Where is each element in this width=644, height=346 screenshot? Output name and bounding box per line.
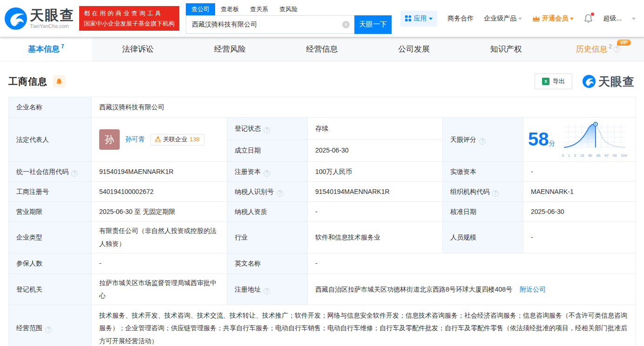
reg-address-cell: 西藏自治区拉萨市城关区功德林街道北京西路8号环球大厦四楼408号 附近公司 <box>308 273 636 305</box>
monitor-bell-button[interactable] <box>53 75 65 87</box>
field-label: 登记机关 <box>9 273 92 305</box>
menu-user[interactable]: 超级... <box>603 14 622 23</box>
field-label: 工商注册号 <box>9 182 92 202</box>
help-icon[interactable] <box>479 138 486 145</box>
notification-bell[interactable] <box>584 14 593 23</box>
related-companies-count: 138 <box>190 136 200 144</box>
tab-history-info[interactable]: VIP 历史信息 2 <box>552 37 644 61</box>
legal-rep-link[interactable]: 孙可青 <box>125 133 145 146</box>
field-label: 企业名称 <box>9 97 92 118</box>
logo-subtitle: TianYanCha.com <box>30 23 75 29</box>
menu-open-vip-label: 开通会员 <box>542 14 568 23</box>
search-area: 查公司 查老板 查关系 查风险 天眼一下 <box>186 3 392 34</box>
search-box <box>186 15 354 34</box>
help-icon[interactable] <box>492 190 499 197</box>
help-icon[interactable] <box>277 190 283 197</box>
menu-cooperation-label: 商务合作 <box>447 14 474 23</box>
top-menu: 应用 商务合作 企业级产品 开通会员 超级... <box>400 11 636 27</box>
industry-value: 软件和信息技术服务业 <box>308 222 443 253</box>
tab-company-development[interactable]: 公司发展 <box>368 37 460 61</box>
tab-basic-info[interactable]: 基本信息 7 <box>0 37 92 61</box>
logo-title: 天眼查 <box>30 8 75 22</box>
slogan-line1: 都在用的商业查询工具 <box>84 8 175 18</box>
business-scope-value: 技术服务、技术开发、技术咨询、技术交流、技术转让、技术推广；软件开发；网络与信息… <box>92 305 636 346</box>
tab-label: 公司发展 <box>398 44 430 54</box>
search-tab-relation[interactable]: 查关系 <box>244 3 274 15</box>
related-companies-button[interactable]: 关联企业 138 <box>150 134 204 146</box>
field-label: 参保人数 <box>9 253 92 273</box>
approval-date-value: 2025-06-30 <box>523 202 636 222</box>
help-icon[interactable] <box>264 288 270 294</box>
reg-address-value: 西藏自治区拉萨市城关区功德林街道北京西路8号环球大厦四楼408号 <box>315 286 512 293</box>
search-tab-company[interactable]: 查公司 <box>186 3 215 15</box>
slogan-line2: 国家中小企业发展子基金旗下机构 <box>84 19 175 28</box>
company-name-value: 西藏汉骑科技有限公司 <box>92 97 636 118</box>
chevron-down-icon[interactable] <box>632 18 636 20</box>
tianyancha-logo[interactable]: 天眼查 TianYanCha.com <box>5 7 75 30</box>
field-label: 注册地址 <box>227 273 308 305</box>
field-label: 注册资本 <box>227 162 308 182</box>
tab-legal-proceedings[interactable]: 法律诉讼 <box>92 37 184 61</box>
tab-intellectual-property[interactable]: 知识产权 <box>460 37 552 61</box>
help-icon[interactable] <box>614 46 620 53</box>
crown-icon <box>532 15 540 22</box>
field-label: 纳税人资质 <box>227 202 308 222</box>
score-distribution-chart: 0131550859799100 <box>562 121 627 158</box>
menu-enterprise-label: 企业级产品 <box>484 14 516 23</box>
section-header-right: 导出 天眼查 <box>535 73 635 89</box>
staff-size-value: - <box>523 222 636 253</box>
tab-label: 法律诉讼 <box>122 44 154 54</box>
paid-capital-value: - <box>523 162 636 182</box>
search-tab-boss[interactable]: 查老板 <box>215 3 244 15</box>
english-name-value: - <box>308 253 636 273</box>
avatar[interactable]: 孙 <box>99 129 120 150</box>
search-tab-risk[interactable]: 查风险 <box>274 3 303 15</box>
nearby-companies-link[interactable]: 附近公司 <box>520 286 546 293</box>
help-icon[interactable] <box>264 127 270 133</box>
legal-rep-cell: 孙 孙可青 关联企业 138 <box>92 118 227 162</box>
taxpayer-id-value: 91540194MAENNARK1R <box>308 182 443 202</box>
section-header: 工商信息 导出 天眼查 <box>0 61 644 97</box>
company-nav-tabs: 基本信息 7 法律诉讼 经营风险 经营信息 公司发展 知识产权 VIP 历史信息… <box>0 37 644 61</box>
tab-operating-info[interactable]: 经营信息 <box>276 37 368 61</box>
menu-apps[interactable]: 应用 <box>400 11 437 27</box>
search-tabs: 查公司 查老板 查关系 查风险 <box>186 3 392 15</box>
tab-label: 经营风险 <box>214 44 246 54</box>
field-label: 实缴资本 <box>443 162 523 182</box>
menu-apps-label: 应用 <box>414 14 427 23</box>
menu-cooperation[interactable]: 商务合作 <box>447 14 474 23</box>
help-icon[interactable] <box>264 170 270 177</box>
menu-open-vip[interactable]: 开通会员 <box>532 14 574 23</box>
org-code-value: MAENNARK-1 <box>523 182 636 202</box>
field-label: 人员规模 <box>443 222 523 253</box>
field-label: 天眼评分 <box>443 118 523 162</box>
company-type-value: 有限责任公司（非自然人投资或控股的法人独资） <box>92 222 227 253</box>
apps-grid-icon <box>405 15 411 21</box>
reg-authority-value: 拉萨市城关区市场监督管理局城西审批中心 <box>92 273 227 305</box>
tab-label: 基本信息 <box>28 44 60 54</box>
top-header: 天眼查 TianYanCha.com 都在用的商业查询工具 国家中小企业发展子基… <box>0 0 644 37</box>
field-label: 成立日期 <box>227 140 308 162</box>
score-number: 58分 <box>528 130 556 150</box>
vip-badge: VIP <box>617 40 631 46</box>
credit-code-value: 91540194MAENNARK1R <box>92 162 227 182</box>
tianyancha-logo-icon <box>583 75 596 88</box>
chevron-down-icon <box>518 18 522 20</box>
search-input[interactable] <box>186 15 354 34</box>
help-icon[interactable] <box>45 326 52 333</box>
export-button[interactable]: 导出 <box>535 73 572 89</box>
menu-user-label: 超级... <box>603 14 622 23</box>
tab-operating-risk[interactable]: 经营风险 <box>184 37 276 61</box>
search-button[interactable]: 天眼一下 <box>354 15 392 34</box>
bell-icon <box>56 78 62 85</box>
clear-icon[interactable] <box>342 21 350 28</box>
score-cell: 58分 <box>523 118 636 162</box>
field-label: 英文名称 <box>227 253 308 273</box>
tab-count: 7 <box>61 43 64 50</box>
help-icon[interactable] <box>71 170 78 177</box>
search-row: 天眼一下 <box>186 15 392 34</box>
field-label: 法定代表人 <box>9 118 92 162</box>
field-label: 纳税人识别号 <box>227 182 308 202</box>
field-label: 核准日期 <box>443 202 523 222</box>
menu-enterprise[interactable]: 企业级产品 <box>484 14 522 23</box>
